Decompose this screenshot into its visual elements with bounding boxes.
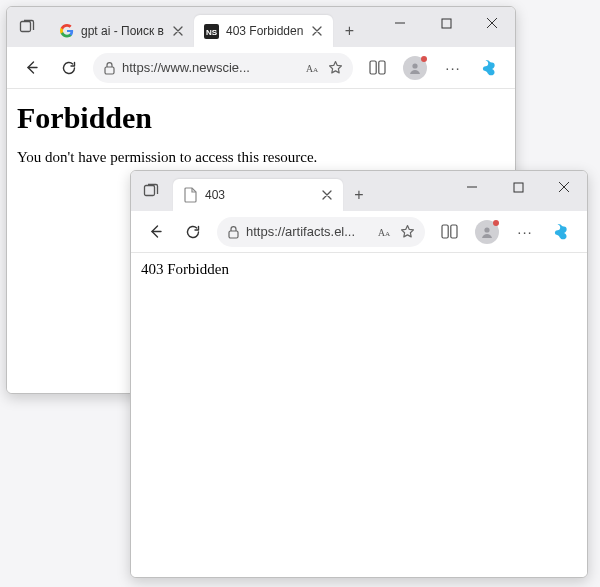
svg-text:A: A [385,229,391,237]
svg-rect-12 [229,231,238,238]
profile-button[interactable] [469,215,505,249]
svg-point-9 [412,63,417,68]
star-icon[interactable] [400,224,415,239]
arrow-left-icon [147,223,164,240]
split-screen-icon [441,224,458,239]
more-icon: ··· [517,223,533,240]
copilot-button[interactable] [545,215,581,249]
close-tab-button[interactable] [309,23,325,39]
page-message: You don't have permission to access this… [17,149,505,166]
reader-icon: AA [306,61,322,75]
close-tab-button[interactable] [170,23,186,39]
copilot-icon [552,221,574,243]
page-heading: Forbidden [17,101,505,135]
refresh-button[interactable] [175,215,211,249]
close-icon [312,26,322,36]
tab-actions-button[interactable] [131,171,171,211]
tab-title: gpt ai - Поиск в [81,24,164,38]
svg-rect-11 [514,183,523,192]
toolbar: https://artifacts.el... AA ··· [131,211,587,253]
svg-rect-16 [450,225,456,238]
minimize-icon [466,181,478,193]
more-icon: ··· [445,59,461,76]
split-screen-icon [369,60,386,75]
new-tab-button[interactable]: + [343,179,375,211]
page-text: 403 Forbidden [141,261,229,277]
page-viewport: 403 Forbidden [131,253,587,577]
blank-favicon-icon [183,187,199,203]
profile-button[interactable] [397,51,433,85]
close-icon [486,17,498,29]
svg-rect-8 [378,61,384,74]
refresh-icon [185,224,201,240]
svg-rect-0 [21,22,31,32]
tab-actions-icon [143,183,159,199]
ns-favicon-icon: NS [204,23,220,39]
titlebar: gpt ai - Поиск в NS 403 Forbidden + [7,7,515,47]
toolbar: https://www.newscie... AA ··· [7,47,515,89]
tab-strip: 403 + [173,171,375,211]
svg-text:A: A [313,65,319,73]
browser-window-front: 403 + [130,170,588,578]
close-tab-button[interactable] [319,187,335,203]
svg-text:NS: NS [206,28,218,37]
svg-point-17 [484,227,489,232]
more-menu-button[interactable]: ··· [507,215,543,249]
minimize-button[interactable] [449,171,495,203]
tab-title: 403 Forbidden [226,24,303,38]
minimize-icon [394,17,406,29]
star-icon[interactable] [328,60,343,75]
maximize-button[interactable] [495,171,541,203]
lock-icon [103,61,116,75]
forbidden-page: Forbidden You don't have permission to a… [7,89,515,166]
profile-avatar-icon [475,220,499,244]
svg-rect-3 [442,19,451,28]
reader-icon: AA [378,225,394,239]
tab-403[interactable]: 403 [173,179,343,211]
maximize-button[interactable] [423,7,469,39]
close-window-button[interactable] [469,7,515,39]
back-button[interactable] [137,215,173,249]
titlebar: 403 + [131,171,587,211]
svg-text:A: A [378,226,385,237]
address-url: https://artifacts.el... [246,224,372,239]
tab-actions-icon [19,19,35,35]
more-menu-button[interactable]: ··· [435,51,471,85]
window-controls [377,7,515,39]
tab-strip: gpt ai - Поиск в NS 403 Forbidden + [49,7,365,47]
copilot-button[interactable] [473,51,509,85]
window-controls [449,171,587,203]
address-bar[interactable]: https://www.newscie... AA [93,53,353,83]
close-icon [558,181,570,193]
svg-rect-4 [105,67,114,74]
plus-icon: + [354,186,363,204]
tab-actions-button[interactable] [7,7,47,47]
copilot-icon [480,57,502,79]
address-bar[interactable]: https://artifacts.el... AA [217,217,425,247]
svg-rect-15 [442,225,448,238]
minimize-button[interactable] [377,7,423,39]
split-screen-button[interactable] [359,51,395,85]
arrow-left-icon [23,59,40,76]
lock-icon [227,225,240,239]
google-favicon-icon [59,23,75,39]
tab-title: 403 [205,188,313,202]
plus-icon: + [345,22,354,40]
titlebar-left: 403 + [131,171,375,211]
maximize-icon [513,182,524,193]
forbidden-page: 403 Forbidden [131,253,587,286]
maximize-icon [441,18,452,29]
split-screen-button[interactable] [431,215,467,249]
profile-avatar-icon [403,56,427,80]
refresh-button[interactable] [51,51,87,85]
svg-rect-10 [145,186,155,196]
address-url: https://www.newscie... [122,60,300,75]
titlebar-left: gpt ai - Поиск в NS 403 Forbidden + [7,7,365,47]
tab-google-search[interactable]: gpt ai - Поиск в [49,15,194,47]
back-button[interactable] [13,51,49,85]
new-tab-button[interactable]: + [333,15,365,47]
tab-403-forbidden[interactable]: NS 403 Forbidden [194,15,333,47]
svg-rect-7 [370,61,376,74]
close-icon [322,190,332,200]
close-window-button[interactable] [541,171,587,203]
